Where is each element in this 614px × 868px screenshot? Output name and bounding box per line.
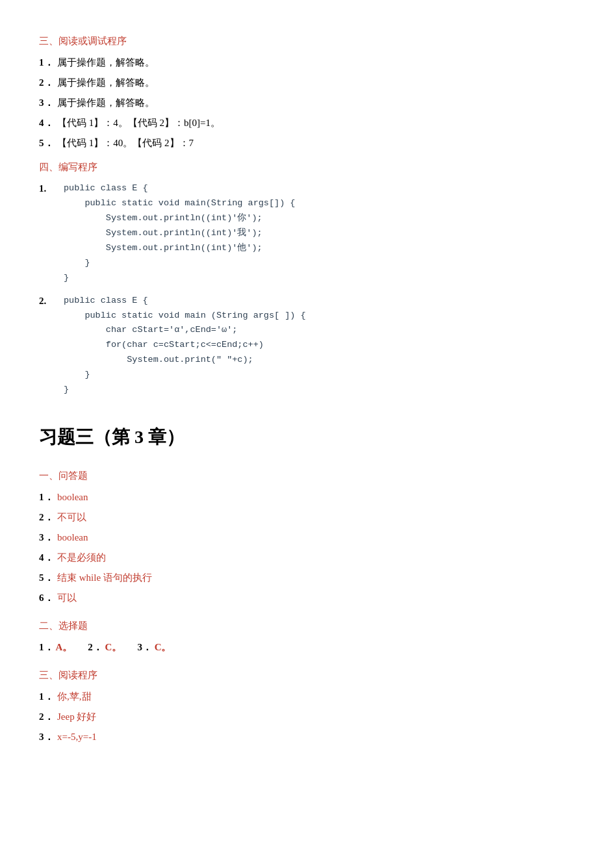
choice-item-2: 2． C。 — [88, 639, 122, 656]
chapter-title: 习题三（第 3 章） — [39, 421, 575, 453]
item-text: Jeep 好好 — [57, 708, 575, 726]
list-item: 6． 可以 — [39, 589, 575, 607]
item-text: boolean — [57, 489, 575, 506]
code-num-1: 1. — [39, 180, 57, 198]
list-item: 1． boolean — [39, 489, 575, 506]
code-item-1: 1. public class E { public static void m… — [39, 180, 575, 286]
item-number: 4． — [39, 549, 57, 567]
item-number: 1． — [39, 688, 57, 706]
list-item: 3． x=-5,y=-1 — [39, 728, 575, 746]
item-text: x=-5,y=-1 — [57, 728, 575, 746]
item-number: 6． — [39, 589, 57, 607]
choice-item-1: 1． A。 — [39, 639, 72, 656]
list-item: 3． 属于操作题，解答略。 — [39, 94, 575, 112]
code-block-1: public class E { public static void main… — [64, 181, 295, 286]
ch3-choices-row: 1． A。 2． C。 3． C。 — [39, 639, 575, 656]
ch3-section3-heading: 三、阅读程序 — [39, 667, 575, 684]
item-number: 5． — [39, 134, 57, 152]
list-item: 4． 不是必须的 — [39, 549, 575, 567]
section3-items: 1． 属于操作题，解答略。 2． 属于操作题，解答略。 3． 属于操作题，解答略… — [39, 54, 575, 152]
item-number: 5． — [39, 569, 57, 587]
item-text: 【代码 1】：40。【代码 2】：7 — [57, 134, 575, 152]
item-text: 你,苹,甜 — [57, 688, 575, 706]
list-item: 5． 结束 while 语句的执行 — [39, 569, 575, 587]
ch3-qa-list: 1． boolean 2． 不可以 3． boolean 4． 不是必须的 5．… — [39, 489, 575, 607]
code-line: public class E { — [64, 294, 306, 309]
choice-item-3: 3． C。 — [137, 639, 171, 656]
choice-num: 1． — [39, 642, 54, 652]
item-number: 4． — [39, 114, 57, 132]
code-line: char cStart='α',cEnd='ω'; — [64, 323, 306, 338]
code-num-2: 2. — [39, 292, 57, 310]
choice-answer: C。 — [155, 642, 172, 652]
ch3-section2-heading: 二、选择题 — [39, 617, 575, 635]
code-line: } — [64, 271, 295, 286]
item-text: 属于操作题，解答略。 — [57, 94, 575, 112]
code-line: System.out.print(" "+c); — [64, 353, 306, 368]
item-text: 属于操作题，解答略。 — [57, 54, 575, 71]
code-line: public static void main (String args[ ])… — [64, 309, 306, 324]
item-text: 不可以 — [57, 509, 575, 526]
ch3-section1-heading: 一、问答题 — [39, 467, 575, 485]
ch3-read-list: 1． 你,苹,甜 2． Jeep 好好 3． x=-5,y=-1 — [39, 688, 575, 746]
code-line: System.out.println((int)'他'); — [64, 241, 295, 256]
choice-answer: C。 — [105, 642, 122, 652]
item-number: 1． — [39, 489, 57, 506]
section4-heading: 四、编写程序 — [39, 159, 575, 176]
code-line: public static void main(String args[]) { — [64, 196, 295, 211]
list-item: 3． boolean — [39, 529, 575, 546]
item-text: 属于操作题，解答略。 — [57, 74, 575, 92]
code-block-2: public class E { public static void main… — [64, 294, 306, 398]
item-text: 可以 — [57, 589, 575, 607]
list-item: 4． 【代码 1】：4。【代码 2】：b[0]=1。 — [39, 114, 575, 132]
list-item: 2． 属于操作题，解答略。 — [39, 74, 575, 92]
item-number: 3． — [39, 728, 57, 746]
choice-num: 2． — [88, 642, 103, 652]
choice-answer: A。 — [55, 642, 72, 652]
code-line: } — [64, 368, 306, 383]
item-number: 2． — [39, 708, 57, 726]
list-item: 1． 你,苹,甜 — [39, 688, 575, 706]
code-line: System.out.println((int)'你'); — [64, 211, 295, 226]
choice-num: 3． — [137, 642, 152, 652]
item-number: 2． — [39, 509, 57, 526]
item-text: 结束 while 语句的执行 — [57, 569, 575, 587]
list-item: 1． 属于操作题，解答略。 — [39, 54, 575, 71]
item-number: 3． — [39, 94, 57, 112]
code-line: } — [64, 383, 306, 398]
item-text: boolean — [57, 529, 575, 546]
item-text: 【代码 1】：4。【代码 2】：b[0]=1。 — [57, 114, 575, 132]
code-line: for(char c=cStart;c<=cEnd;c++) — [64, 338, 306, 353]
item-number: 2． — [39, 74, 57, 92]
code-line: public class E { — [64, 181, 295, 196]
code-item-2: 2. public class E { public static void m… — [39, 292, 575, 398]
item-number: 3． — [39, 529, 57, 546]
list-item: 2． Jeep 好好 — [39, 708, 575, 726]
list-item: 5． 【代码 1】：40。【代码 2】：7 — [39, 134, 575, 152]
code-line: System.out.println((int)'我'); — [64, 226, 295, 241]
code-line: } — [64, 256, 295, 271]
item-text: 不是必须的 — [57, 549, 575, 567]
item-number: 1． — [39, 54, 57, 71]
list-item: 2． 不可以 — [39, 509, 575, 526]
section3-heading: 三、阅读或调试程序 — [39, 32, 575, 50]
